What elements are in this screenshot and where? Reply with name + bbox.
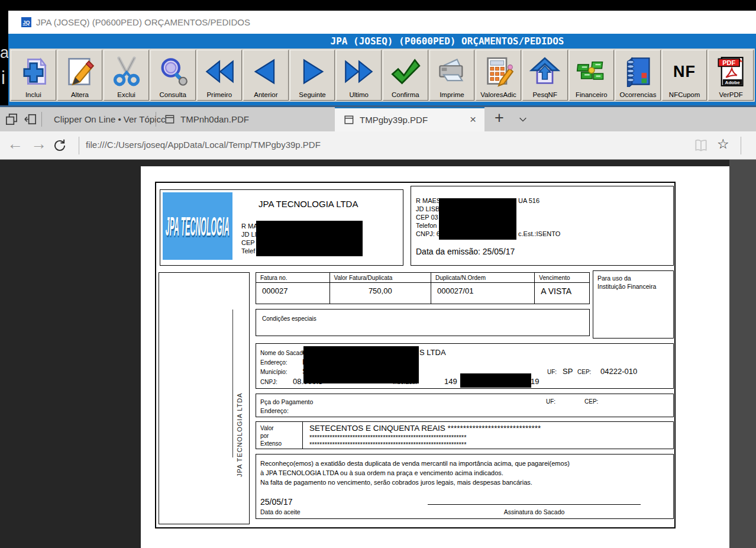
scissors-icon (111, 53, 142, 90)
pagamento-label: CEP: (584, 398, 598, 405)
tab-title: TMPgby39p.PDF (360, 115, 428, 125)
toolbar-button-consulta[interactable]: Consulta (150, 50, 196, 101)
signature-line (428, 504, 641, 505)
pdf-viewer-area: JPA TECNOLOGIA JPA TECNOLOGIA LTDA R MA … (0, 160, 756, 548)
address-fragment: Telef (241, 247, 255, 254)
toolbar-button-verpdf[interactable]: PDFAdobe VerPDF (708, 50, 754, 101)
issuer-line: CEP 03 (416, 214, 438, 221)
signature-label: Assinatura do Sacado (428, 508, 641, 515)
toolbar-button-label: PesqNF (532, 90, 557, 99)
tab-clipper-online[interactable]: Clipper On Line • Ver Tópicc (43, 107, 156, 131)
document-icon (343, 114, 354, 125)
edit-record-icon (64, 53, 95, 90)
vertical-company-name: JPA TECNOLOGIA LTDA (236, 335, 243, 477)
redaction-box (256, 221, 363, 256)
para-uso-box: Para uso da Instituição Financeira (593, 270, 674, 339)
extenso-line: ****************************************… (309, 434, 466, 441)
reading-view-icon[interactable] (693, 138, 709, 153)
edge-browser-window: Clipper On Line • Ver Tópicc TMPnh0dan.P… (0, 105, 756, 548)
new-tab-button[interactable]: + (495, 109, 504, 127)
previous-record-icon (250, 53, 281, 90)
toolbar-button-label: Financeiro (576, 90, 608, 99)
toolbar-button-inclui[interactable]: Inclui (11, 50, 56, 101)
first-record-icon (204, 53, 235, 90)
fatura-header: Fatura no. (256, 273, 329, 283)
address-bar[interactable]: file:///C:/Users/joseq/AppData/Local/Tem… (86, 140, 321, 150)
fatura-header: Valor Fatura/Duplicata (330, 273, 431, 283)
declaration-line: à JPA TECNOLOGIA LTDA ou à sua ordem na … (260, 469, 503, 476)
sacado-label: CEP: (577, 369, 591, 375)
toolbar-button-anterior[interactable]: Anterior (243, 50, 289, 101)
toolbar-button-label: Inclui (25, 90, 41, 99)
app-toolbar: Inclui Altera Exclui Consulta Primeiro (9, 49, 755, 102)
toolbar-button-financeiro[interactable]: Financeiro (569, 50, 615, 101)
pagamento-line: Endereço: (260, 407, 289, 414)
jpa-app-window: JQ JPA (JOSEQ) (P0600PED) ORÇAMENTOS/PED… (8, 11, 756, 105)
refresh-icon[interactable] (52, 138, 67, 153)
tab-tmpnh0dan-pdf[interactable]: TMPnh0dan.PDF (157, 107, 334, 131)
printer-icon (437, 53, 467, 90)
tab-tmpgby39p-pdf-active[interactable]: TMPgby39p.PDF × (335, 107, 484, 131)
address-fragment: JD LI (241, 231, 257, 238)
last-record-icon (344, 53, 374, 90)
fatura-value: A VISTA (535, 283, 589, 296)
extenso-line: ****************************************… (309, 441, 466, 448)
svg-text:PDF: PDF (722, 59, 735, 66)
toolbar-button-pesqnf[interactable]: PesqNF (522, 50, 568, 101)
navigation-bar: ← → file:///C:/Users/joseq/AppData/Local… (0, 131, 756, 160)
pagamento-line: Pça do Pagamento (260, 398, 313, 405)
extenso-line: SETECENTOS E CINQUENTA REAIS ***********… (309, 424, 541, 433)
toolbar-button-ultimo[interactable]: Ultimo (336, 50, 382, 101)
toolbar-button-label: NFCupom (669, 90, 700, 99)
toolbar-button-label: Ultimo (349, 90, 369, 99)
next-record-icon (297, 53, 328, 90)
top-black-strip (0, 0, 756, 11)
issuer-logo-box: JPA TECNOLOGIA JPA TECNOLOGIA LTDA R MA … (160, 189, 403, 266)
toolbar-button-label: VerPDF (719, 90, 743, 99)
company-name: JPA TECNOLOGIA LTDA (259, 199, 358, 209)
fatura-value: 750,00 (330, 283, 431, 295)
pdf-adobe-icon: PDFAdobe (716, 53, 747, 90)
divider (41, 112, 42, 127)
divider (156, 112, 156, 127)
toolbar-button-label: Exclui (117, 90, 135, 99)
nf-text-icon: NF (673, 53, 696, 90)
toolbar-button-valoresadic[interactable]: ValoresAdic (476, 50, 521, 101)
toolbar-button-seguinte[interactable]: Seguinte (290, 50, 335, 101)
toolbar-button-label: ValoresAdic (480, 90, 516, 99)
fatura-value: 000027/01 (431, 283, 534, 295)
toolbar-button-altera[interactable]: Altera (57, 50, 103, 101)
divider (741, 137, 741, 154)
add-record-icon (18, 53, 49, 90)
issuer-line: Telefon (416, 222, 437, 229)
svg-text:Adobe: Adobe (725, 80, 740, 85)
tab-list-chevron-icon[interactable] (518, 115, 528, 124)
toolbar-button-imprime[interactable]: Imprime (429, 50, 475, 101)
sacado-insc-prefix: 149 (444, 377, 457, 386)
forward-icon[interactable]: → (31, 135, 47, 153)
toolbar-button-exclui[interactable]: Exclui (104, 50, 149, 101)
redaction-box (460, 373, 531, 388)
declaration-line: Reconheço(emos) a exatidão desta duplica… (260, 460, 570, 467)
toolbar-button-confirma[interactable]: Confirma (383, 50, 428, 101)
sacado-box: Nome do Sacado: CA S LTDA Endereço: RU M… (256, 343, 674, 389)
para-uso-line: Para uso da (597, 275, 631, 282)
issuer-address-box: R MAES UA 516 JD LISB CEP 03 Telefon CNP… (411, 186, 674, 266)
toolbar-button-primeiro[interactable]: Primeiro (197, 50, 243, 101)
tab-close-icon[interactable]: × (470, 113, 476, 126)
favorites-star-icon[interactable]: ☆ (717, 136, 729, 152)
issuer-line-suffix: c.Est.:ISENTO (518, 230, 560, 237)
pagamento-box: Pça do Pagamento Endereço: UF: CEP: (256, 394, 674, 417)
declaration-box: Reconheço(emos) a exatidão desta duplica… (256, 454, 674, 519)
set-tabs-aside-icon[interactable] (24, 112, 37, 126)
condicoes-label: Condições especiais (262, 315, 316, 322)
left-margin-box: JPA TECNOLOGIA LTDA (159, 272, 250, 524)
tab-preview-icon[interactable] (5, 112, 18, 126)
notebook-icon (622, 53, 653, 90)
sacado-label: Endereço: (260, 359, 287, 366)
vertical-rule (232, 310, 233, 457)
toolbar-button-ocorrencias[interactable]: Ocorrencias (615, 50, 661, 101)
toolbar-button-nfcupom[interactable]: NF NFCupom (662, 50, 707, 101)
aceite-date: 25/05/17 (260, 497, 293, 507)
back-icon[interactable]: ← (7, 135, 23, 153)
